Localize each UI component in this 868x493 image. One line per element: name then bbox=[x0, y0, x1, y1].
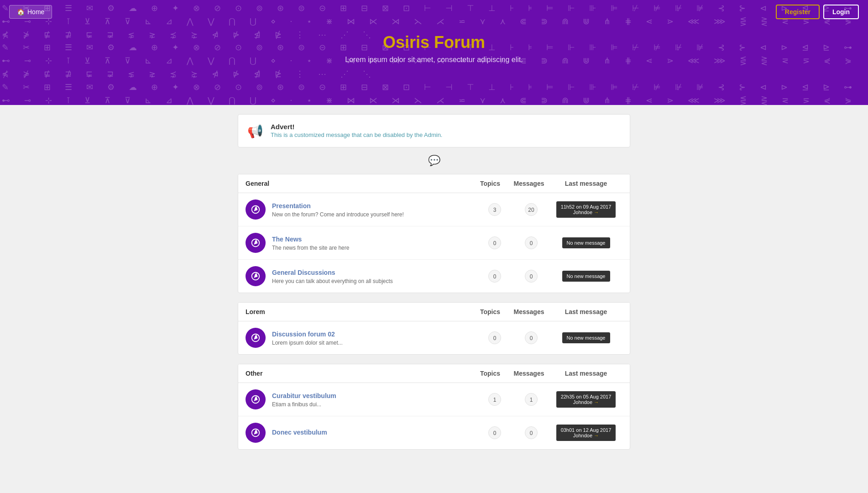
forum-sections: General Topics Messages Last message Pre… bbox=[238, 174, 630, 450]
chat-icon: 💬 bbox=[428, 155, 440, 166]
forum-messages-general-discussions: 0 bbox=[513, 270, 549, 283]
col-messages-general: Messages bbox=[508, 180, 549, 187]
forum-icon-donec-vestibulum bbox=[246, 423, 266, 443]
compass-icon bbox=[251, 428, 261, 438]
compass-icon bbox=[251, 394, 261, 404]
home-button[interactable]: 🏠 Home bbox=[9, 5, 52, 19]
title-part1: Osiris bbox=[383, 33, 434, 52]
messages-badge-the-news: 0 bbox=[525, 236, 538, 249]
topics-badge-presentation: 3 bbox=[488, 203, 501, 216]
forum-row-discussion-forum-02: Discussion forum 02 Lorem ipsum dolor si… bbox=[238, 321, 630, 354]
forum-topics-the-news: 0 bbox=[476, 236, 513, 249]
col-last-other: Last message bbox=[549, 370, 622, 377]
header-nav: 🏠 Home Register Login bbox=[0, 0, 868, 24]
register-button[interactable]: Register bbox=[776, 5, 820, 19]
last-msg-btn-presentation[interactable]: 11h52 on 09 Aug 2017Johndoe → bbox=[556, 201, 616, 218]
forum-last-presentation: 11h52 on 09 Aug 2017Johndoe → bbox=[549, 201, 622, 218]
no-msg-btn-general-discussions[interactable]: No new message bbox=[562, 271, 610, 282]
last-msg-btn-donec-vestibulum[interactable]: 03h01 on 12 Aug 2017Johndoe → bbox=[556, 425, 616, 441]
section-header-other: Other Topics Messages Last message bbox=[238, 364, 630, 383]
col-last-lorem: Last message bbox=[549, 308, 622, 315]
forum-icon-presentation bbox=[246, 199, 266, 220]
header-center: Osiris Forum Lorem ipsum dolor sit amet,… bbox=[0, 24, 868, 78]
forum-row-the-news: The News The news from the site are here… bbox=[238, 226, 630, 260]
arrow-icon: → bbox=[594, 399, 599, 405]
forum-info-discussion-forum-02: Discussion forum 02 Lorem ipsum dolor si… bbox=[272, 330, 476, 346]
forum-title-presentation[interactable]: Presentation bbox=[272, 202, 311, 210]
forum-desc-presentation: New on the forum? Come and introduce you… bbox=[272, 211, 476, 218]
forum-row-general-discussions: General Discussions Here you can talk ab… bbox=[238, 260, 630, 293]
messages-badge-donec-vestibulum: 0 bbox=[525, 426, 538, 439]
chat-icon-row: 💬 bbox=[238, 155, 630, 167]
col-topics-general: Topics bbox=[472, 180, 508, 187]
section-name-lorem: Lorem bbox=[246, 308, 472, 315]
col-topics-lorem: Topics bbox=[472, 308, 508, 315]
forum-messages-the-news: 0 bbox=[513, 236, 549, 249]
advert-message: This is a customized message that can be… bbox=[271, 131, 442, 138]
forum-info-donec-vestibulum: Donec vestibulum bbox=[272, 428, 476, 438]
compass-icon bbox=[251, 205, 261, 215]
forum-topics-presentation: 3 bbox=[476, 203, 513, 216]
section-header-lorem: Lorem Topics Messages Last message bbox=[238, 303, 630, 321]
no-msg-btn-the-news[interactable]: No new message bbox=[562, 237, 610, 248]
forum-title-general-discussions[interactable]: General Discussions bbox=[272, 269, 335, 276]
site-subtitle: Lorem ipsum dolor sit amet, consectetur … bbox=[0, 56, 868, 64]
topics-badge-general-discussions: 0 bbox=[488, 270, 501, 283]
forum-last-curabitur-vestibulum: 22h35 on 05 Aug 2017Johndoe → bbox=[549, 391, 622, 408]
forum-messages-curabitur-vestibulum: 1 bbox=[513, 393, 549, 406]
section-general: General Topics Messages Last message Pre… bbox=[238, 174, 630, 293]
forum-icon-the-news bbox=[246, 233, 266, 253]
login-button[interactable]: Login bbox=[823, 5, 859, 19]
forum-topics-curabitur-vestibulum: 1 bbox=[476, 393, 513, 406]
home-icon: 🏠 bbox=[17, 8, 25, 16]
section-name-other: Other bbox=[246, 370, 472, 377]
forum-title-discussion-forum-02[interactable]: Discussion forum 02 bbox=[272, 330, 335, 338]
messages-badge-general-discussions: 0 bbox=[525, 270, 538, 283]
section-lorem: Lorem Topics Messages Last message Discu… bbox=[238, 302, 630, 355]
advert-text-block: Advert! This is a customized message tha… bbox=[271, 123, 442, 138]
forum-title-the-news[interactable]: The News bbox=[272, 236, 302, 243]
forum-icon-discussion-forum-02 bbox=[246, 328, 266, 348]
forum-last-discussion-forum-02: No new message bbox=[549, 332, 622, 343]
arrow-icon: → bbox=[594, 433, 599, 438]
forum-row-donec-vestibulum: Donec vestibulum 0 0 03h01 on 12 Aug 201… bbox=[238, 416, 630, 449]
forum-info-general-discussions: General Discussions Here you can talk ab… bbox=[272, 268, 476, 284]
topics-badge-the-news: 0 bbox=[488, 236, 501, 249]
forum-last-the-news: No new message bbox=[549, 237, 622, 248]
messages-badge-discussion-forum-02: 0 bbox=[525, 331, 538, 344]
forum-topics-donec-vestibulum: 0 bbox=[476, 426, 513, 439]
topics-badge-curabitur-vestibulum: 1 bbox=[488, 393, 501, 406]
forum-topics-discussion-forum-02: 0 bbox=[476, 331, 513, 344]
topics-badge-discussion-forum-02: 0 bbox=[488, 331, 501, 344]
forum-last-general-discussions: No new message bbox=[549, 271, 622, 282]
auth-buttons: Register Login bbox=[776, 5, 859, 19]
advert-title: Advert! bbox=[271, 123, 442, 131]
messages-badge-presentation: 20 bbox=[525, 203, 538, 216]
advert-icon: 📢 bbox=[247, 124, 263, 139]
header: ✎ ✂ ⊞ ☰ ✉ ⚙ ☁ ⊕ ✦ ⊗ ⊘ ⊙ ⊚ ⊛ ⊜ ⊝ ⊞ ⊟ ⊠ ⊡ … bbox=[0, 0, 868, 105]
forum-title-curabitur-vestibulum[interactable]: Curabitur vestibulum bbox=[272, 392, 336, 399]
forum-row-presentation: Presentation New on the forum? Come and … bbox=[238, 193, 630, 226]
last-msg-btn-curabitur-vestibulum[interactable]: 22h35 on 05 Aug 2017Johndoe → bbox=[556, 391, 616, 408]
forum-desc-curabitur-vestibulum: Etiam a finibus dui... bbox=[272, 401, 476, 408]
forum-messages-presentation: 20 bbox=[513, 203, 549, 216]
title-part2: Forum bbox=[434, 33, 485, 52]
col-messages-lorem: Messages bbox=[508, 308, 549, 315]
forum-messages-discussion-forum-02: 0 bbox=[513, 331, 549, 344]
forum-row-curabitur-vestibulum: Curabitur vestibulum Etiam a finibus dui… bbox=[238, 383, 630, 416]
advert-box: 📢 Advert! This is a customized message t… bbox=[238, 114, 630, 147]
forum-info-presentation: Presentation New on the forum? Come and … bbox=[272, 202, 476, 218]
section-header-general: General Topics Messages Last message bbox=[238, 174, 630, 193]
section-other: Other Topics Messages Last message Curab… bbox=[238, 364, 630, 450]
forum-icon-general-discussions bbox=[246, 266, 266, 286]
forum-info-curabitur-vestibulum: Curabitur vestibulum Etiam a finibus dui… bbox=[272, 392, 476, 408]
forum-topics-general-discussions: 0 bbox=[476, 270, 513, 283]
arrow-icon: → bbox=[594, 210, 599, 215]
forum-messages-donec-vestibulum: 0 bbox=[513, 426, 549, 439]
messages-badge-curabitur-vestibulum: 1 bbox=[525, 393, 538, 406]
forum-last-donec-vestibulum: 03h01 on 12 Aug 2017Johndoe → bbox=[549, 425, 622, 441]
forum-title-donec-vestibulum[interactable]: Donec vestibulum bbox=[272, 429, 327, 436]
col-topics-other: Topics bbox=[472, 370, 508, 377]
no-msg-btn-discussion-forum-02[interactable]: No new message bbox=[562, 332, 610, 343]
compass-icon bbox=[251, 271, 261, 281]
